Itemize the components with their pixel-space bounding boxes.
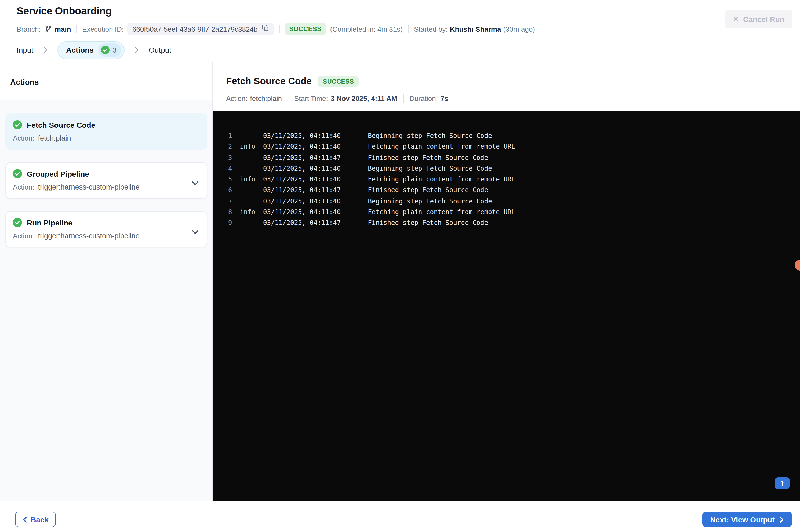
started-ago-text: (30m ago) [503,25,535,33]
page-header: Service Onboarding Branch: main Executio… [0,0,800,38]
action-label: Action: [13,232,34,240]
log-line: 5 info 03/11/2025, 04:11:40 Fetching pla… [228,174,800,185]
action-label: Action: [13,134,34,142]
scroll-to-top-button[interactable]: ↑ [775,477,790,489]
cancel-run-label: Cancel Run [743,15,784,23]
edge-marker-dot [795,260,800,270]
arrow-up-icon: ↑ [779,479,785,487]
step-action-value: fetch:plain [250,94,282,102]
step-actions-active[interactable]: Actions 3 [57,41,125,59]
run-status-badge: SUCCESS [285,23,326,35]
meta-divider [76,25,77,33]
log-line: 2 info 03/11/2025, 04:11:40 Fetching pla… [228,141,800,152]
next-view-output-button[interactable]: Next: View Output [702,512,792,527]
chevron-down-icon[interactable] [192,178,199,188]
sidebar-heading: Actions [0,62,212,87]
action-value: fetch:plain [38,134,71,142]
actions-count: 3 [113,46,116,54]
chevron-down-icon[interactable] [192,227,199,237]
step-input[interactable]: Input [17,45,33,54]
log-line: 8 info 03/11/2025, 04:11:40 Fetching pla… [228,207,800,218]
log-line: 9 03/11/2025, 04:11:47 Finished step Fet… [228,218,800,229]
cancel-run-button[interactable]: ✕ Cancel Run [725,10,793,28]
close-icon: ✕ [733,16,739,22]
action-card-title: Run Pipeline [27,218,73,227]
start-time-value: 3 Nov 2025, 4:11 AM [331,94,397,102]
check-circle-icon [13,169,22,178]
service-onboarding-page: Service Onboarding Branch: main Executio… [0,0,800,532]
check-circle-icon [101,45,110,54]
step-actions-label: Actions [66,45,94,54]
action-value: trigger:harness-custom-pipeline [38,232,139,240]
meta-divider [288,94,288,102]
started-by-label: Started by: [414,25,448,33]
actions-sidebar: Actions Fetch Source Code Action:fetch:p… [0,62,213,501]
action-card-title: Grouped Pipeline [27,169,89,178]
back-label: Back [31,515,49,524]
execution-meta-row: Branch: main Execution ID: 660f50a7-5eef… [17,22,535,35]
action-card-fetch-source-code[interactable]: Fetch Source Code Action:fetch:plain [5,113,207,150]
action-label: Action: [13,183,34,191]
chevron-left-icon [22,516,27,522]
meta-divider [279,25,280,33]
chevron-right-icon [134,47,139,53]
completed-in-text: (Completed in: 4m 31s) [330,25,403,33]
duration-label: Duration: [409,94,438,102]
step-nav: Input Actions 3 Output [0,38,800,62]
step-action-label: Action: [226,94,248,102]
step-title: Fetch Source Code [226,76,312,87]
started-by-name: Khushi Sharma [450,25,501,33]
page-title: Service Onboarding [17,5,112,17]
execution-id-label: Execution ID: [82,25,124,33]
meta-divider [408,25,408,33]
duration-value: 7s [440,94,448,102]
log-line: 3 03/11/2025, 04:11:47 Finished step Fet… [228,152,800,163]
meta-divider [403,94,403,102]
action-card-run-pipeline[interactable]: Run Pipeline Action:trigger:harness-cust… [5,211,207,247]
actions-count-pill: 3 [98,43,121,57]
step-detail-header: Fetch Source Code SUCCESS Action: fetch:… [213,62,800,102]
step-status-badge: SUCCESS [318,76,359,87]
check-circle-icon [13,120,22,129]
action-card-title: Fetch Source Code [27,120,95,129]
git-branch-icon [44,25,52,33]
step-meta-row: Action: fetch:plain Start Time: 3 Nov 20… [226,94,800,102]
log-console: 1 03/11/2025, 04:11:40 Beginning step Fe… [213,111,800,501]
copy-icon[interactable] [262,25,269,33]
action-value: trigger:harness-custom-pipeline [38,183,139,191]
branch-name: main [55,25,71,33]
back-button[interactable]: Back [15,512,56,527]
chevron-right-icon [43,47,48,53]
execution-id-value: 660f50a7-5eef-43a6-9ff7-2a2179c3824b [132,25,258,33]
log-line: 4 03/11/2025, 04:11:40 Beginning step Fe… [228,163,800,174]
step-detail-panel: Fetch Source Code SUCCESS Action: fetch:… [213,62,800,501]
log-line: 7 03/11/2025, 04:11:40 Beginning step Fe… [228,196,800,207]
log-line: 1 03/11/2025, 04:11:40 Beginning step Fe… [228,130,800,141]
branch-label: Branch: [17,25,41,33]
log-line: 6 03/11/2025, 04:11:47 Finished step Fet… [228,185,800,196]
sidebar-action-list: Fetch Source Code Action:fetch:plain Gro… [0,100,212,501]
log-output: 1 03/11/2025, 04:11:40 Beginning step Fe… [213,111,800,228]
footer-bar: Back Next: View Output [0,501,800,532]
check-circle-icon [13,218,22,227]
execution-id-chip: 660f50a7-5eef-43a6-9ff7-2a2179c3824b [128,22,274,35]
action-card-grouped-pipeline[interactable]: Grouped Pipeline Action:trigger:harness-… [5,162,207,198]
start-time-label: Start Time: [294,94,328,102]
chevron-right-icon [780,516,784,522]
step-output[interactable]: Output [149,45,171,54]
next-label: Next: View Output [710,515,775,524]
